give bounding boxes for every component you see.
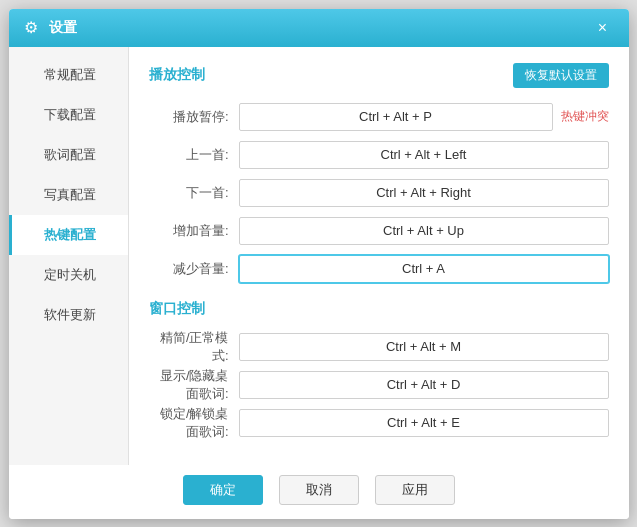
- settings-dialog: ⚙ 设置 × 常规配置下载配置歌词配置写真配置热键配置定时关机软件更新 播放控制…: [9, 9, 629, 519]
- shortcut-input-next[interactable]: Ctrl + Alt + Right: [239, 179, 609, 207]
- apply-button[interactable]: 应用: [375, 475, 455, 505]
- shortcut-input-lock_unlock[interactable]: Ctrl + Alt + E: [239, 409, 609, 437]
- shortcut-row-show_hide: 显示/隐藏桌面歌词:Ctrl + Alt + D: [149, 370, 609, 400]
- shortcut-row-lock_unlock: 锁定/解锁桌面歌词:Ctrl + Alt + E: [149, 408, 609, 438]
- shortcut-row-next: 下一首:Ctrl + Alt + Right: [149, 178, 609, 208]
- shortcut-row-vol_down: 减少音量:Ctrl + A: [149, 254, 609, 284]
- confirm-button[interactable]: 确定: [183, 475, 263, 505]
- shortcut-row-vol_up: 增加音量:Ctrl + Alt + Up: [149, 216, 609, 246]
- shortcut-label-mini_normal: 精简/正常模式:: [149, 329, 229, 365]
- shortcut-input-vol_down[interactable]: Ctrl + A: [239, 255, 609, 283]
- main-panel: 播放控制恢复默认设置播放暂停:Ctrl + Alt + P热键冲突上一首:Ctr…: [129, 47, 629, 465]
- shortcut-label-vol_up: 增加音量:: [149, 222, 229, 240]
- shortcut-label-show_hide: 显示/隐藏桌面歌词:: [149, 367, 229, 403]
- shortcut-label-next: 下一首:: [149, 184, 229, 202]
- title-bar: ⚙ 设置 ×: [9, 9, 629, 47]
- sidebar-item-general[interactable]: 常规配置: [9, 55, 128, 95]
- sidebar-item-lyrics[interactable]: 歌词配置: [9, 135, 128, 175]
- section-title-window: 窗口控制: [149, 300, 205, 318]
- conflict-label-play_pause: 热键冲突: [561, 108, 609, 125]
- shortcut-label-lock_unlock: 锁定/解锁桌面歌词:: [149, 405, 229, 441]
- shortcut-label-prev: 上一首:: [149, 146, 229, 164]
- shortcut-row-play_pause: 播放暂停:Ctrl + Alt + P热键冲突: [149, 102, 609, 132]
- shortcut-input-vol_up[interactable]: Ctrl + Alt + Up: [239, 217, 609, 245]
- shortcut-input-mini_normal[interactable]: Ctrl + Alt + M: [239, 333, 609, 361]
- close-button[interactable]: ×: [589, 14, 617, 42]
- shortcut-label-play_pause: 播放暂停:: [149, 108, 229, 126]
- section-header-playback: 播放控制恢复默认设置: [149, 63, 609, 88]
- shortcut-row-mini_normal: 精简/正常模式:Ctrl + Alt + M: [149, 332, 609, 362]
- shortcut-label-vol_down: 减少音量:: [149, 260, 229, 278]
- section-header-window: 窗口控制: [149, 300, 609, 318]
- shortcut-input-play_pause[interactable]: Ctrl + Alt + P: [239, 103, 553, 131]
- sidebar-item-timer[interactable]: 定时关机: [9, 255, 128, 295]
- cancel-button[interactable]: 取消: [279, 475, 359, 505]
- footer: 确定 取消 应用: [9, 465, 629, 519]
- shortcut-input-prev[interactable]: Ctrl + Alt + Left: [239, 141, 609, 169]
- settings-icon: ⚙: [21, 18, 41, 38]
- reset-button[interactable]: 恢复默认设置: [513, 63, 609, 88]
- dialog-content: 常规配置下载配置歌词配置写真配置热键配置定时关机软件更新 播放控制恢复默认设置播…: [9, 47, 629, 465]
- sidebar: 常规配置下载配置歌词配置写真配置热键配置定时关机软件更新: [9, 47, 129, 465]
- sidebar-item-hotkey[interactable]: 热键配置: [9, 215, 128, 255]
- dialog-title: 设置: [49, 19, 589, 37]
- sidebar-item-download[interactable]: 下载配置: [9, 95, 128, 135]
- sidebar-item-update[interactable]: 软件更新: [9, 295, 128, 335]
- shortcut-input-show_hide[interactable]: Ctrl + Alt + D: [239, 371, 609, 399]
- sidebar-item-photo[interactable]: 写真配置: [9, 175, 128, 215]
- shortcut-row-prev: 上一首:Ctrl + Alt + Left: [149, 140, 609, 170]
- section-title-playback: 播放控制: [149, 66, 205, 84]
